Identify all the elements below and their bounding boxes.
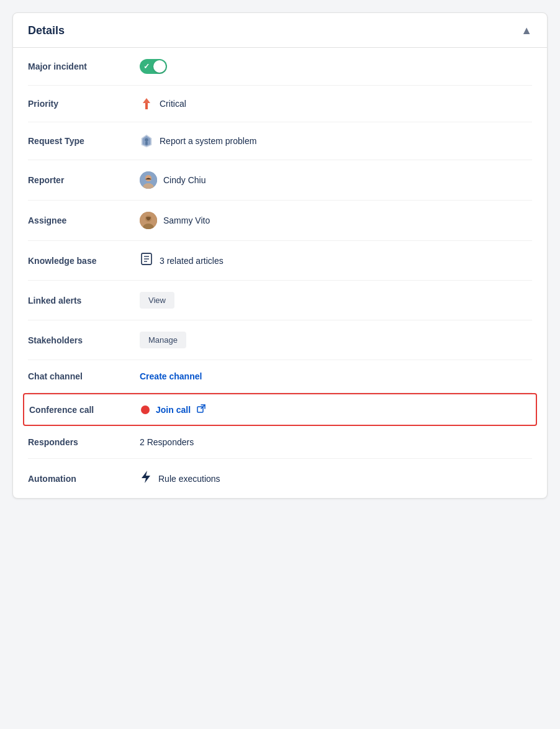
value-stakeholders: Manage — [140, 332, 186, 348]
details-card: Details ▲ Major incident ✓ Priority Crit… — [12, 12, 548, 499]
row-assignee: Assignee Sammy Vito — [28, 201, 532, 241]
collapse-icon[interactable]: ▲ — [521, 24, 532, 37]
label-major-incident: Major incident — [28, 61, 140, 71]
active-call-indicator — [141, 405, 150, 414]
priority-value: Critical — [160, 99, 186, 109]
row-priority: Priority Critical — [28, 86, 532, 122]
toggle-knob — [153, 60, 166, 73]
value-linked-alerts: View — [140, 292, 174, 309]
knowledge-base-value: 3 related articles — [160, 256, 224, 266]
label-request-type: Request Type — [28, 136, 140, 146]
manage-button[interactable]: Manage — [140, 332, 186, 348]
label-linked-alerts: Linked alerts — [28, 296, 140, 306]
reporter-name: Cindy Chiu — [163, 175, 205, 185]
row-conference-call: Conference call Join call — [23, 393, 537, 426]
value-priority: Critical — [140, 97, 186, 111]
reporter-avatar — [140, 171, 157, 189]
label-assignee: Assignee — [28, 215, 140, 225]
automation-value: Rule executions — [158, 474, 220, 484]
label-conference-call: Conference call — [29, 405, 141, 415]
row-knowledge-base: Knowledge base 3 related articles — [28, 241, 532, 281]
value-conference-call: Join call — [141, 404, 205, 415]
details-list: Major incident ✓ Priority Critical Reque… — [13, 48, 547, 498]
priority-icon — [140, 97, 153, 111]
request-type-icon — [140, 134, 153, 148]
svg-point-3 — [145, 138, 148, 142]
automation-icon — [140, 470, 152, 487]
request-type-value: Report a system problem — [160, 136, 256, 146]
row-linked-alerts: Linked alerts View — [28, 281, 532, 320]
row-chat-channel: Chat channel Create channel — [28, 360, 532, 393]
row-stakeholders: Stakeholders Manage — [28, 320, 532, 360]
major-incident-toggle[interactable]: ✓ — [140, 59, 167, 74]
value-automation: Rule executions — [140, 470, 220, 487]
value-request-type: Report a system problem — [140, 134, 256, 148]
label-stakeholders: Stakeholders — [28, 335, 140, 345]
value-responders: 2 Responders — [140, 437, 194, 447]
label-chat-channel: Chat channel — [28, 371, 140, 381]
row-reporter: Reporter Cindy Chiu — [28, 160, 532, 201]
create-channel-link[interactable]: Create channel — [140, 371, 202, 381]
join-call-link[interactable]: Join call — [156, 405, 191, 415]
row-automation: Automation Rule executions — [28, 459, 532, 498]
value-assignee: Sammy Vito — [140, 212, 210, 229]
assignee-avatar — [140, 212, 157, 229]
value-chat-channel: Create channel — [140, 371, 202, 381]
value-reporter: Cindy Chiu — [140, 171, 205, 189]
row-responders: Responders 2 Responders — [28, 426, 532, 459]
label-automation: Automation — [28, 474, 140, 484]
card-title: Details — [28, 24, 65, 37]
label-reporter: Reporter — [28, 175, 140, 185]
value-major-incident: ✓ — [140, 59, 167, 74]
knowledge-base-icon — [140, 252, 153, 269]
svg-rect-4 — [145, 142, 148, 145]
row-major-incident: Major incident ✓ — [28, 48, 532, 86]
view-button[interactable]: View — [140, 292, 174, 309]
label-responders: Responders — [28, 437, 140, 447]
external-link-icon — [197, 404, 205, 415]
card-header: Details ▲ — [13, 13, 547, 48]
svg-rect-0 — [145, 103, 148, 109]
responders-value: 2 Responders — [140, 437, 194, 447]
label-knowledge-base: Knowledge base — [28, 256, 140, 266]
label-priority: Priority — [28, 99, 140, 109]
toggle-check-icon: ✓ — [143, 62, 150, 71]
assignee-name: Sammy Vito — [163, 215, 210, 225]
value-knowledge-base: 3 related articles — [140, 252, 224, 269]
row-request-type: Request Type Report a system problem — [28, 122, 532, 160]
